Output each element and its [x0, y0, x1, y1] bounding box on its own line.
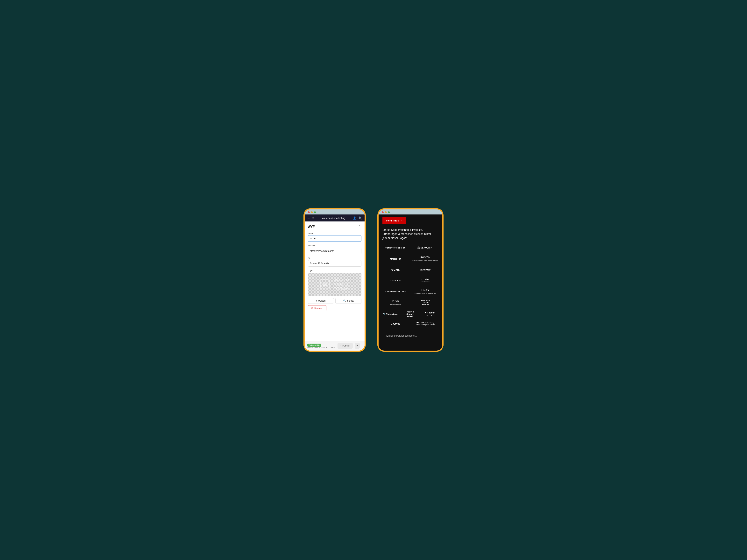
city-input[interactable] — [308, 260, 361, 267]
right-phone: mehr Infos → Starke Kooperationen & Proj… — [378, 208, 443, 352]
mehr-infos-section: mehr Infos → — [379, 214, 442, 228]
logo-gms: ⊙GMS — [382, 266, 409, 273]
logo-lawo: LAWO — [382, 320, 409, 328]
left-titlebar — [305, 209, 365, 214]
select-search-icon: 🔍 — [343, 299, 346, 302]
more-options-icon[interactable]: ⋮ — [358, 224, 361, 229]
fair-logo-text: ⌂ FAIR INTENSIVE CARE — [385, 291, 406, 292]
published-badge: PUBLISHED — [307, 344, 321, 347]
dot-green — [314, 211, 316, 213]
name-label: Name — [308, 232, 361, 234]
updated-text-value: Updated May 24, 2022, 10:23 PM — [307, 347, 334, 348]
left-phone-body: ☰ ✏ alex-hauk-marketing 👤 🔍 WYF ⋮ Name — [305, 214, 365, 351]
logo-fair: ⌂ FAIR INTENSIVE CARE — [382, 288, 409, 295]
town-logo-text: Town &CountryHAUS. — [406, 311, 415, 318]
deko-logo-text: D DEKOLIGHT — [417, 246, 434, 249]
status-section: PUBLISHED Updated May 24, 2022, 10:23 PM… — [307, 343, 336, 348]
logo-inner-icon: 🏔 — [323, 282, 327, 287]
logos-bottom: 📡 Rheinstetten.tv Town &CountryHAUS. ♥ Y… — [382, 310, 438, 318]
logo-preview: 🏔 WORLDYOUTHFORUM — [308, 273, 361, 296]
logo-follow: follow red — [412, 266, 438, 273]
edit-icon[interactable]: ✏ — [312, 216, 314, 219]
bottom-bar: PUBLISHED Updated May 24, 2022, 10:23 PM… — [305, 341, 365, 351]
logo-wyf-text: WORLDYOUTHFORUM — [333, 278, 349, 291]
logo-preview-bg: 🏔 WORLDYOUTHFORUM — [308, 273, 361, 296]
logo-town: Town &CountryHAUS. — [402, 310, 419, 318]
city-label: City — [308, 257, 361, 259]
logo-text-block: WORLDYOUTHFORUM — [333, 278, 349, 291]
dot-red — [308, 211, 310, 213]
dot-yellow-2 — [385, 211, 387, 213]
logo-deko: D DEKOLIGHT — [412, 244, 438, 252]
checkmark-icon: ✓ — [334, 347, 336, 348]
updated-text: Updated May 24, 2022, 10:23 PM ✓ — [307, 347, 336, 348]
psav-logo-text: PSAVPRESENTATION SERVICES — [415, 288, 436, 295]
publish-button[interactable]: ↑ Publish — [337, 343, 353, 349]
logo-evelan: ≡VELAN — [382, 277, 409, 285]
logo-emotions: ©EMOTIONSDESIGN — [382, 244, 409, 252]
remove-button[interactable]: 🗑 Remove — [308, 305, 327, 311]
dot-green-2 — [388, 211, 390, 213]
evelan-logo-text: ≡VELAN — [390, 279, 401, 282]
upload-icon: ↑ — [316, 299, 317, 302]
site-name: alex-hauk-marketing — [317, 217, 351, 219]
gotz-logo-text: ⬡ GÖTZMaschinenbau — [421, 278, 430, 283]
ein-fairer-text: Ein fairer Partner begegnen... — [382, 333, 438, 339]
right-titlebar — [379, 209, 442, 214]
content-header: WYF ⋮ — [308, 224, 361, 229]
logo-positiv: POSITIVDIE FITNESS & WELLNESSGRUPPE — [412, 255, 438, 263]
lawo-logo-text: LAWO — [391, 322, 401, 325]
logo-gotz: ⬡ GÖTZMaschinenbau — [412, 277, 438, 285]
chevron-down-icon: ▾ — [357, 344, 358, 347]
logo-buttons: ↑ Upload 🔍 Select — [308, 298, 361, 304]
kooperation-text: Starke Kooperationen & Projekte, Erfahru… — [382, 228, 438, 240]
right-content-area: Starke Kooperationen & Projekte, Erfahru… — [379, 228, 442, 343]
select-label: Select — [347, 299, 354, 302]
remove-icon: 🗑 — [311, 307, 313, 310]
content-area: WYF ⋮ Name Website City Logo — [305, 221, 365, 341]
logo-yasmin: ♥ YasminDA COSTA — [422, 310, 438, 318]
positiv-logo-text: POSITIVDIE FITNESS & WELLNESSGRUPPE — [412, 256, 438, 262]
left-phone: ☰ ✏ alex-hauk-marketing 👤 🔍 WYF ⋮ Name — [304, 208, 366, 352]
yasmin-logo-text: ♥ YasminDA COSTA — [425, 311, 435, 317]
logos-last: LAWO 🏛 Print Media AcademyEvent & Congre… — [382, 320, 438, 328]
logo-label: Logo — [308, 269, 361, 272]
follow-logo-text: follow red — [420, 269, 431, 271]
toolbar: ☰ ✏ alex-hauk-marketing 👤 🔍 — [305, 214, 365, 221]
mehr-infos-button[interactable]: mehr Infos → — [382, 217, 406, 224]
right-phone-body: mehr Infos → Starke Kooperationen & Proj… — [379, 214, 442, 351]
select-button[interactable]: 🔍 Select — [335, 298, 361, 304]
publish-label: Publish — [342, 344, 350, 347]
upload-label: Upload — [318, 299, 326, 302]
name-input[interactable] — [308, 235, 361, 242]
fitness-logo-text: fitnesspoint — [390, 258, 401, 260]
rheinstetten-logo-text: 📡 Rheinstetten.tv — [383, 313, 398, 315]
logo-wyf-right: ⊞ WORLDYOUTHFORUM — [412, 298, 438, 306]
logo-phos: PHOSEdelstahl Design — [382, 298, 409, 306]
publish-icon: ↑ — [340, 344, 341, 347]
dot-red-2 — [382, 211, 384, 213]
toolbar-right: 👤 🔍 — [353, 216, 362, 219]
print-logo-text: 🏛 Print Media AcademyEvent & Congress Ce… — [416, 322, 435, 325]
logo-psav: PSAVPRESENTATION SERVICES — [412, 288, 438, 295]
upload-button[interactable]: ↑ Upload — [308, 298, 334, 304]
gms-logo-text: ⊙GMS — [391, 268, 400, 271]
expand-button[interactable]: ▾ — [355, 343, 360, 349]
emotions-logo-text: ©EMOTIONSDESIGN — [385, 247, 406, 249]
menu-icon[interactable]: ☰ — [307, 216, 310, 219]
scene: ☰ ✏ alex-hauk-marketing 👤 🔍 WYF ⋮ Name — [292, 196, 455, 364]
user-icon[interactable]: 👤 — [353, 216, 356, 219]
logo-rheinstetten: 📡 Rheinstetten.tv — [382, 310, 399, 318]
logos-grid: ©EMOTIONSDESIGN D DEKOLIGHT fitnesspoint… — [382, 244, 438, 306]
logo-icon-placeholder: 🏔 — [320, 279, 330, 289]
bottom-section: Ein fairer Partner begegnen... — [382, 331, 438, 339]
website-label: Website — [308, 244, 361, 247]
website-input[interactable] — [308, 248, 361, 254]
wyf-logo-text: ⊞ WORLDYOUTHFORUM — [421, 299, 430, 305]
search-icon[interactable]: 🔍 — [359, 216, 362, 219]
logo-section: Logo 🏔 WORLDYOUTHFORUM — [308, 269, 361, 311]
logo-fitness: fitnesspoint — [382, 255, 409, 263]
logo-content: 🏔 WORLDYOUTHFORUM — [320, 278, 349, 291]
page-title: WYF — [308, 225, 315, 229]
dot-yellow — [311, 211, 313, 213]
